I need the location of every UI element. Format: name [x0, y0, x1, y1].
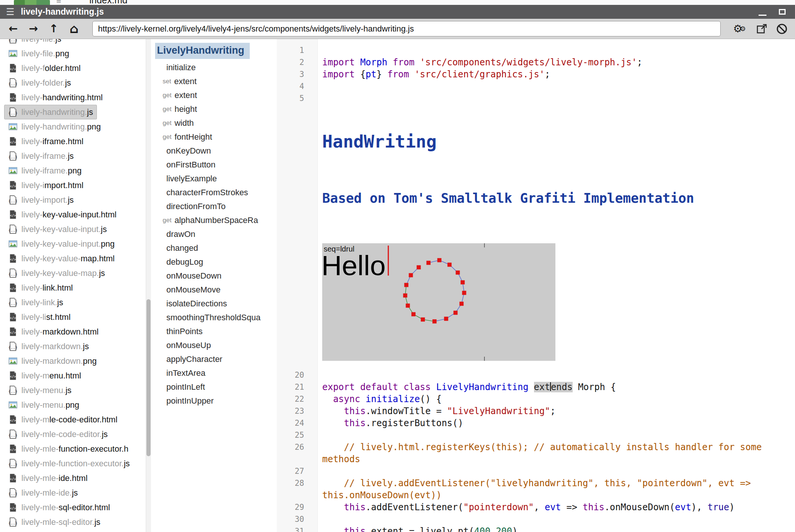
- file-item[interactable]: </>lively-handwriting.html: [4, 90, 106, 105]
- code-line[interactable]: [317, 92, 795, 104]
- code-line[interactable]: this.addEventListener("pointerdown", evt…: [317, 501, 795, 513]
- file-item[interactable]: {..}lively-mle-ide.js: [4, 485, 81, 500]
- file-item[interactable]: </>lively-key-value-input.html: [4, 207, 120, 222]
- code-line[interactable]: [317, 44, 795, 56]
- file-item[interactable]: {..}lively-markdown.js: [4, 339, 93, 354]
- outline-method[interactable]: getextent: [155, 88, 277, 102]
- outline-method[interactable]: getheight: [155, 102, 277, 116]
- file-item[interactable]: {..}lively-menu.js: [4, 383, 75, 398]
- code-line[interactable]: [317, 465, 795, 477]
- outline-method[interactable]: getwidth: [155, 116, 277, 130]
- code-editor[interactable]: 12import Morph from 'src/components/widg…: [277, 39, 795, 532]
- file-item[interactable]: </>lively-mle-code-editor.html: [4, 412, 121, 427]
- outline-method[interactable]: characterFromStrokes: [155, 185, 277, 199]
- back-button[interactable]: ←: [5, 21, 22, 37]
- outline-method[interactable]: drawOn: [155, 227, 277, 241]
- method-name: fontHeight: [175, 132, 212, 142]
- file-item[interactable]: </>lively-mle-ide.html: [4, 471, 91, 485]
- file-item[interactable]: lively-markdown.png: [4, 354, 101, 368]
- up-button[interactable]: ↑: [45, 21, 62, 37]
- code-line[interactable]: // lively.addEventListener("livelyhandwr…: [317, 477, 795, 501]
- code-line[interactable]: this.extent = lively.pt(400,200): [317, 525, 795, 532]
- file-item[interactable]: </>lively-markdown.html: [4, 324, 102, 339]
- file-item[interactable]: </>lively-import.html: [4, 178, 87, 193]
- outline-method[interactable]: inTextArea: [155, 366, 277, 380]
- menu-icon[interactable]: ☰: [6, 7, 14, 17]
- file-item[interactable]: </>lively-iframe.html: [4, 134, 87, 149]
- outline-method[interactable]: onFirstButton: [155, 158, 277, 172]
- outline-method[interactable]: setextent: [155, 74, 277, 88]
- file-item[interactable]: {..}lively-mle-sql-editor.js: [4, 515, 104, 529]
- block-button[interactable]: [773, 21, 790, 37]
- forward-button[interactable]: →: [25, 21, 42, 37]
- outline-method[interactable]: onMouseMove: [155, 283, 277, 297]
- method-name: debugLog: [166, 257, 203, 267]
- outline-method[interactable]: livelyExample: [155, 172, 277, 185]
- file-item[interactable]: </>lively-mle-sql-editor.html: [4, 500, 114, 515]
- open-external-button[interactable]: [753, 21, 770, 37]
- file-item[interactable]: </>lively-key-value-map.html: [4, 251, 118, 266]
- outline-method[interactable]: pointInLeft: [155, 380, 277, 394]
- outline-method[interactable]: smoothingThresholdSqua: [155, 310, 277, 324]
- markdown-widget-cell[interactable]: HandWriting Based on Tom's Smalltalk Gra…: [317, 104, 795, 369]
- code-line[interactable]: async initialize() {: [317, 393, 795, 405]
- code-line[interactable]: this.windowTitle = "LivelyHandwriting";: [317, 405, 795, 417]
- file-item[interactable]: </>lively-link.html: [4, 280, 77, 295]
- method-name: extent: [174, 77, 197, 86]
- file-item[interactable]: {..}lively-handwriting.js: [4, 105, 97, 119]
- file-item[interactable]: lively-file.png: [4, 46, 73, 61]
- file-list: {..}lively-file.jslively-file.png</>live…: [0, 39, 152, 529]
- file-item[interactable]: {..}lively-mle-function-executor.js: [4, 456, 134, 471]
- file-item[interactable]: {..}lively-folder.js: [4, 75, 75, 90]
- file-item[interactable]: </>lively-menu.html: [4, 368, 85, 383]
- code-line[interactable]: this.registerButtons(): [317, 417, 795, 429]
- code-line[interactable]: export default class LivelyHandwriting e…: [317, 381, 795, 393]
- outline-method[interactable]: changed: [155, 241, 277, 255]
- svg-text:</>: </>: [10, 419, 16, 422]
- code-line[interactable]: [317, 369, 795, 381]
- code-line[interactable]: import {pt} from 'src/client/graphics.js…: [317, 68, 795, 80]
- maximize-button[interactable]: [775, 6, 789, 18]
- file-item[interactable]: {..}lively-key-value-input.js: [4, 222, 110, 237]
- outline-method[interactable]: onMouseUp: [155, 338, 277, 352]
- titlebar[interactable]: ☰ lively-handwriting.js: [0, 5, 795, 19]
- file-item[interactable]: lively-iframe.png: [4, 163, 85, 178]
- sidebar-scrollbar-thumb[interactable]: [146, 299, 151, 456]
- code-line[interactable]: [317, 513, 795, 525]
- settings-gears-button[interactable]: ⚙⚙: [729, 21, 750, 37]
- outline-method[interactable]: getfontHeight: [155, 130, 277, 144]
- file-item[interactable]: </>lively-mle-function-executor.h: [4, 442, 132, 456]
- minimize-button[interactable]: [756, 6, 769, 18]
- file-item[interactable]: {..}lively-link.js: [4, 295, 67, 310]
- file-item[interactable]: {..}lively-import.js: [4, 193, 77, 207]
- file-item[interactable]: {..}lively-file.js: [4, 39, 65, 46]
- code-line[interactable]: import Morph from 'src/components/widget…: [317, 56, 795, 68]
- code-line[interactable]: // lively.html.registerKeys(this); // au…: [317, 441, 795, 465]
- js-file-icon: {..}: [8, 151, 18, 161]
- file-item[interactable]: lively-menu.png: [4, 398, 83, 412]
- url-input[interactable]: [92, 21, 721, 36]
- file-item[interactable]: lively-key-value-input.png: [4, 237, 118, 251]
- outline-class-name[interactable]: LivelyHandwriting: [155, 43, 250, 59]
- outline-method[interactable]: onKeyDown: [155, 144, 277, 158]
- sidebar-scrollbar[interactable]: [146, 39, 151, 532]
- outline-method[interactable]: onMouseDown: [155, 269, 277, 283]
- method-name: applyCharacter: [166, 354, 222, 364]
- home-button[interactable]: ⌂: [65, 21, 83, 37]
- code-line[interactable]: [317, 429, 795, 441]
- file-item[interactable]: </>lively-folder.html: [4, 61, 84, 75]
- outline-method[interactable]: applyCharacter: [155, 352, 277, 366]
- code-line[interactable]: [317, 80, 795, 92]
- file-item[interactable]: lively-handwriting.png: [4, 119, 105, 134]
- outline-method[interactable]: directionFromTo: [155, 199, 277, 213]
- outline-method[interactable]: pointInUpper: [155, 394, 277, 408]
- outline-method[interactable]: isolateDirections: [155, 297, 277, 310]
- outline-method[interactable]: thinPoints: [155, 324, 277, 338]
- file-item[interactable]: {..}lively-mle-code-editor.js: [4, 427, 112, 442]
- outline-method[interactable]: getalphaNumberSpaceRa: [155, 213, 277, 227]
- file-item[interactable]: </>lively-list.html: [4, 310, 74, 324]
- file-item[interactable]: {..}lively-key-value-map.js: [4, 266, 109, 280]
- outline-method[interactable]: initialize: [155, 60, 277, 74]
- file-item[interactable]: {..}lively-iframe.js: [4, 149, 77, 163]
- outline-method[interactable]: debugLog: [155, 255, 277, 269]
